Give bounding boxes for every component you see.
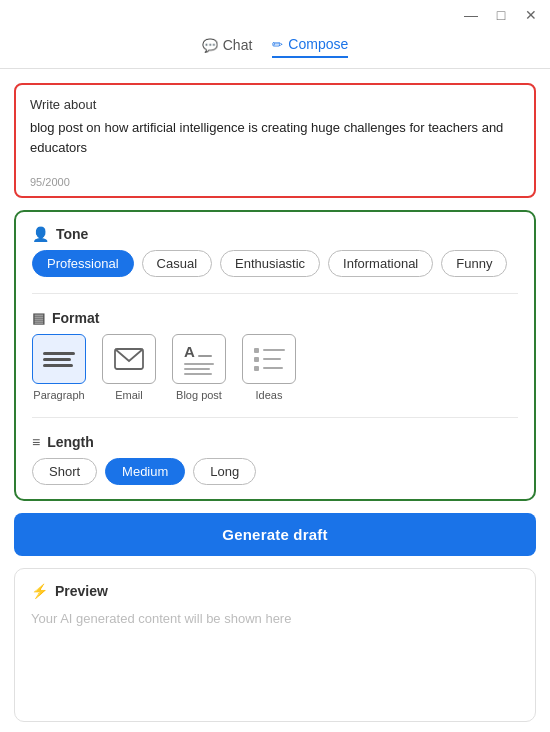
maximize-button[interactable]: □	[492, 6, 510, 24]
format-icon-paragraph	[32, 334, 86, 384]
format-icon: ▤	[32, 310, 45, 326]
write-about-textarea[interactable]	[30, 118, 520, 166]
tone-buttons: Professional Casual Enthusiastic Informa…	[32, 250, 518, 277]
preview-icon: ⚡	[31, 583, 48, 599]
divider-1	[32, 293, 518, 294]
preview-placeholder: Your AI generated content will be shown …	[31, 611, 519, 626]
tone-btn-casual[interactable]: Casual	[142, 250, 212, 277]
tab-chat[interactable]: 💬 Chat	[202, 37, 253, 57]
preview-card: ⚡ Preview Your AI generated content will…	[14, 568, 536, 722]
char-count: 95/2000	[30, 176, 520, 188]
close-button[interactable]: ✕	[522, 6, 540, 24]
main-content: Write about 95/2000 👤 Tone Professional …	[0, 69, 550, 732]
format-icons: Paragraph Email	[32, 334, 518, 401]
length-btn-long[interactable]: Long	[193, 458, 256, 485]
tab-compose[interactable]: ✏ Compose	[272, 36, 348, 58]
tone-section: 👤 Tone Professional Casual Enthusiastic …	[32, 226, 518, 277]
format-label-paragraph: Paragraph	[33, 389, 84, 401]
title-bar: — □ ✕	[0, 0, 550, 30]
compose-icon: ✏	[272, 37, 283, 52]
format-item-paragraph[interactable]: Paragraph	[32, 334, 86, 401]
format-item-ideas[interactable]: Ideas	[242, 334, 296, 401]
format-icon-blogpost: A	[172, 334, 226, 384]
tab-compose-label: Compose	[288, 36, 348, 52]
format-item-email[interactable]: Email	[102, 334, 156, 401]
format-label: ▤ Format	[32, 310, 518, 326]
format-label-ideas: Ideas	[256, 389, 283, 401]
length-btn-short[interactable]: Short	[32, 458, 97, 485]
tone-label: 👤 Tone	[32, 226, 518, 242]
length-btn-medium[interactable]: Medium	[105, 458, 185, 485]
app-window: — □ ✕ 💬 Chat ✏ Compose Write about 95/20…	[0, 0, 550, 732]
tone-icon: 👤	[32, 226, 49, 242]
format-label-blogpost: Blog post	[176, 389, 222, 401]
tone-btn-professional[interactable]: Professional	[32, 250, 134, 277]
format-section: ▤ Format Paragraph	[32, 310, 518, 401]
format-label-email: Email	[115, 389, 143, 401]
chat-icon: 💬	[202, 38, 218, 53]
tab-bar: 💬 Chat ✏ Compose	[0, 30, 550, 69]
tone-btn-enthusiastic[interactable]: Enthusiastic	[220, 250, 320, 277]
tone-btn-informational[interactable]: Informational	[328, 250, 433, 277]
write-about-card: Write about 95/2000	[14, 83, 536, 198]
format-icon-email	[102, 334, 156, 384]
tone-btn-funny[interactable]: Funny	[441, 250, 507, 277]
options-card: 👤 Tone Professional Casual Enthusiastic …	[14, 210, 536, 501]
length-buttons: Short Medium Long	[32, 458, 518, 485]
divider-2	[32, 417, 518, 418]
minimize-button[interactable]: —	[462, 6, 480, 24]
write-about-label: Write about	[30, 97, 520, 112]
preview-label: ⚡ Preview	[31, 583, 519, 599]
format-item-blogpost[interactable]: A Blog post	[172, 334, 226, 401]
length-icon: ≡	[32, 434, 40, 450]
length-section: ≡ Length Short Medium Long	[32, 434, 518, 485]
tab-chat-label: Chat	[223, 37, 253, 53]
length-label: ≡ Length	[32, 434, 518, 450]
generate-draft-button[interactable]: Generate draft	[14, 513, 536, 556]
format-icon-ideas	[242, 334, 296, 384]
